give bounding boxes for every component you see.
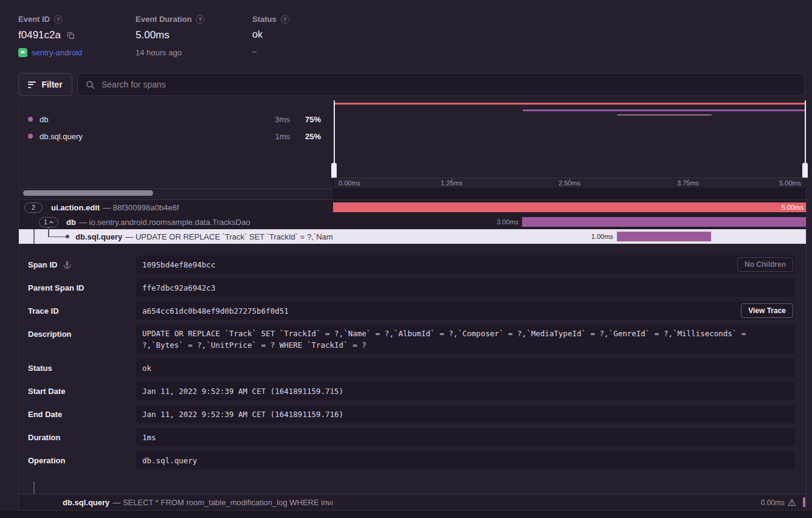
status-label: Status [252, 15, 277, 24]
span-row-ui-action-edit[interactable]: 2 ui.action.edit — 88f300998a0b4e6f 5.00… [19, 200, 806, 215]
no-children-button: No Children [737, 257, 793, 272]
anchor-icon[interactable] [63, 260, 72, 269]
minimap-span-db [523, 109, 806, 111]
event-age: 14 hours ago [136, 48, 182, 57]
detail-label: Trace ID [28, 306, 59, 316]
span-row-db-sql-query-select[interactable]: db.sql.query — SELECT * FROM room_table_… [19, 494, 806, 510]
minimap-chart[interactable] [334, 100, 806, 178]
span-row-db[interactable]: 1 db — io.sentry.android.roomsample.data… [19, 215, 806, 229]
status-detail-value: ok [136, 359, 795, 377]
legend-percent: 75% [297, 115, 321, 124]
chart-gutter [334, 188, 806, 199]
view-trace-button[interactable]: View Trace [741, 303, 793, 318]
legend-duration: 1ms [267, 132, 290, 141]
detail-label: Start Date [28, 387, 65, 396]
warning-icon [788, 499, 796, 506]
start-date-value: Jan 11, 2022 9:52:39 AM CET (1641891159.… [136, 382, 795, 400]
event-duration-label: Event Duration [136, 15, 191, 24]
event-duration-column: Event Duration 5.00ms 14 hours ago [136, 15, 204, 57]
span-op: ui.action.edit [51, 203, 100, 212]
children-count-badge[interactable]: 2 [24, 202, 43, 213]
time-axis: 0.00ms 1.25ms 2.50ms 3.75ms 5.00ms [333, 178, 807, 188]
span-row-db-sql-query-selected[interactable]: db.sql.query — UPDATE OR REPLACE `Track`… [19, 229, 806, 244]
help-icon[interactable] [281, 15, 289, 24]
event-id-label: Event ID [18, 15, 50, 24]
span-duration: 5.00ms [782, 204, 803, 211]
legend-op: db.sql.query [40, 132, 260, 141]
copy-icon[interactable] [66, 31, 75, 40]
android-platform-icon [18, 48, 27, 57]
detail-label: Status [28, 364, 52, 373]
help-icon[interactable] [54, 15, 63, 24]
minimap-span-ui-action-edit [334, 103, 806, 105]
span-desc: UPDATE OR REPLACE `Track` SET `TrackId` … [136, 232, 333, 241]
event-id-column: Event ID f0491c2a sentry-android [18, 15, 82, 57]
span-desc: 88f300998a0b4e6f [113, 203, 179, 212]
span-desc: SELECT * FROM room_table_modification_lo… [123, 498, 333, 507]
collapse-toggle-badge[interactable]: 1 [39, 217, 58, 227]
search-icon [86, 80, 95, 89]
span-bar [522, 217, 806, 227]
span-duration: 0.00ms [761, 499, 785, 507]
legend-item-db[interactable]: db 3ms 75% [18, 111, 333, 128]
span-op: db.sql.query [63, 498, 109, 507]
status-value: ok [252, 29, 263, 40]
event-duration-value: 5.00ms [136, 29, 170, 41]
search-input[interactable] [100, 79, 796, 90]
help-icon[interactable] [196, 15, 204, 24]
span-detail-page: Event ID f0491c2a sentry-android [0, 0, 812, 518]
axis-tick: 5.00ms [779, 179, 801, 187]
detail-label: Duration [28, 433, 60, 442]
span-op: db [66, 218, 76, 227]
legend-item-db-sql-query[interactable]: db.sql.query 1ms 25% [18, 128, 333, 145]
axis-tick: 0.00ms [339, 179, 360, 187]
minimap-right-handle[interactable] [802, 163, 808, 178]
legend-op: db [40, 115, 260, 124]
minimap-window-left-edge [334, 100, 335, 164]
detail-label: Span ID [28, 260, 57, 269]
span-op: db.sql.query [75, 232, 122, 241]
event-id-value: f0491c2a [18, 29, 61, 41]
span-bar: 5.00ms [333, 202, 806, 212]
span-duration: 3.00ms [497, 215, 518, 229]
filter-button[interactable]: Filter [18, 73, 72, 96]
duration-value: 1ms [136, 428, 795, 446]
trace-id-value: a654cc61dc0b48ef9d0b27275b6f0d51 View Tr… [136, 302, 795, 320]
panel-right-border [806, 100, 807, 510]
tree-connector [48, 227, 49, 237]
chevron-up-icon [49, 221, 53, 224]
page-bottom-strip [0, 511, 812, 518]
span-id-value: 1095bd4ef8e94bcc No Children [136, 255, 795, 274]
minimap-span-db-sql-query [617, 114, 711, 116]
minimap-left-handle[interactable] [331, 163, 337, 178]
filter-icon [28, 80, 36, 89]
description-value: UPDATE OR REPLACE `Track` SET `TrackId` … [136, 325, 795, 354]
legend-duration: 3ms [267, 115, 290, 124]
tree-connector [48, 237, 66, 238]
detail-label: Operation [28, 456, 65, 465]
tree-connector-dot [66, 235, 69, 238]
span-bar [617, 232, 712, 241]
filter-button-label: Filter [41, 80, 62, 89]
span-search [77, 73, 805, 96]
span-bar [803, 497, 805, 507]
span-desc: io.sentry.android.roomsample.data.Tracks… [89, 218, 250, 227]
divider [18, 188, 333, 189]
span-color-dot [28, 117, 33, 122]
end-date-value: Jan 11, 2022 9:52:39 AM CET (1641891159.… [136, 405, 795, 423]
minimap-window-right-edge [805, 100, 806, 164]
legend-percent: 25% [297, 132, 321, 141]
detail-label: Parent Span ID [28, 283, 84, 292]
tree-connector [33, 229, 35, 244]
horizontal-scrollbar[interactable] [23, 190, 153, 196]
span-duration: 1.00ms [591, 229, 613, 244]
detail-label: Description [28, 330, 72, 339]
panel-left-border [18, 100, 19, 510]
detail-label: End Date [28, 410, 62, 419]
operation-value: db.sql.query [136, 451, 795, 469]
status-sub: – [252, 47, 256, 56]
project-link[interactable]: sentry-android [32, 48, 82, 57]
status-column: Status ok – [252, 15, 289, 56]
parent-span-id-value: ffe7dbc92a6942c3 [136, 278, 795, 297]
span-color-dot [28, 134, 33, 139]
